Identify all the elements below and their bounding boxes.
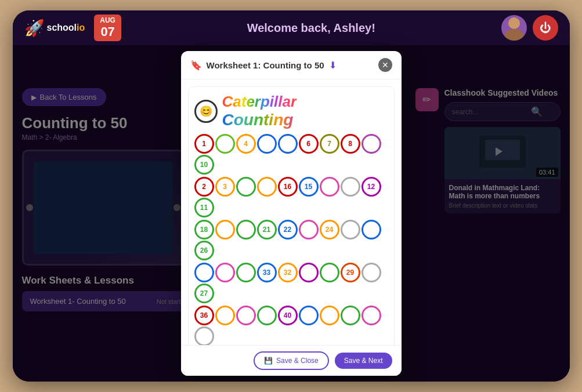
modal-title-area: 🔖 Worksheet 1: Counting to 50 ⬇ (190, 60, 337, 71)
empty-circle (257, 134, 277, 154)
number-circle: 27 (194, 284, 214, 303)
circle-row: 33322927 (194, 263, 388, 303)
caterpillar-word2: Counting (222, 111, 297, 129)
empty-circle (215, 306, 235, 325)
number-circle: 36 (194, 306, 214, 325)
modal-title: Worksheet 1: Counting to 50 (207, 60, 324, 70)
number-circle: 26 (194, 241, 214, 260)
modal-header: 🔖 Worksheet 1: Counting to 50 ⬇ ✕ (181, 51, 402, 79)
empty-circle (320, 177, 339, 197)
caterpillar-title-text: Caterpillar Counting (222, 93, 297, 129)
number-circle: 21 (257, 220, 277, 239)
circle-row: 3640 (194, 306, 388, 345)
download-icon[interactable]: ⬇ (329, 60, 337, 71)
worksheet-content: 😊 Caterpillar Counting 14678102316151211… (188, 86, 395, 345)
number-circle: 2 (194, 177, 214, 197)
modal-close-button[interactable]: ✕ (378, 58, 392, 72)
empty-circle (299, 306, 319, 325)
empty-circle (257, 306, 277, 325)
date-day: 07 (100, 25, 115, 39)
circle-row: 1467810 (194, 134, 388, 175)
number-circle: 18 (194, 220, 214, 239)
number-circle: 40 (278, 306, 298, 325)
bookmark-icon: 🔖 (190, 60, 202, 71)
empty-circle (341, 306, 360, 325)
circle-row: 2316151211 (194, 177, 388, 217)
number-circle: 24 (320, 220, 339, 239)
empty-circle (341, 177, 360, 197)
number-circle: 16 (278, 177, 298, 197)
number-circle: 7 (320, 134, 339, 154)
number-circle: 4 (236, 134, 256, 154)
power-button[interactable]: ⏻ (533, 15, 558, 41)
modal-footer: 💾 Save & Close Save & Next (181, 345, 402, 376)
empty-circle (278, 134, 298, 154)
empty-circle (341, 220, 360, 239)
date-badge: AUG 07 (94, 14, 121, 41)
logo: 🚀 schoolio (24, 19, 85, 38)
number-circle: 3 (215, 177, 235, 197)
svg-point-1 (505, 29, 523, 41)
main-area: ▶ Back To Lessons Counting to 50 Math > … (13, 45, 570, 382)
number-circle: 10 (194, 155, 214, 175)
empty-circle (299, 220, 319, 239)
number-circle: 33 (257, 263, 277, 282)
circles-grid: 1467810231615121118212224263332292736405… (194, 134, 388, 345)
empty-circle (320, 263, 339, 282)
circle-row: 1821222426 (194, 220, 388, 260)
tablet-frame: 🚀 schoolio AUG 07 Welcome back, Ashley! … (13, 10, 570, 382)
avatar (501, 15, 527, 41)
empty-circle (236, 177, 256, 197)
empty-circle (362, 306, 381, 325)
top-bar: 🚀 schoolio AUG 07 Welcome back, Ashley! … (13, 10, 570, 45)
save-close-button[interactable]: 💾 Save & Close (254, 351, 329, 370)
svg-point-0 (508, 17, 520, 29)
number-circle: 6 (299, 134, 319, 154)
logo-rocket-icon: 🚀 (24, 19, 45, 38)
empty-circle (362, 220, 381, 239)
number-circle: 29 (341, 263, 360, 282)
empty-circle (299, 263, 319, 282)
number-circle: 15 (299, 177, 319, 197)
empty-circle (215, 220, 235, 239)
number-circle: 32 (278, 263, 298, 282)
empty-circle (236, 220, 256, 239)
caterpillar-face: 😊 (194, 100, 218, 123)
number-circle: 1 (194, 134, 214, 154)
number-circle: 8 (341, 134, 360, 154)
empty-circle (320, 306, 339, 325)
empty-circle (236, 263, 256, 282)
empty-circle (215, 263, 235, 282)
save-close-label: Save & Close (276, 357, 319, 365)
empty-circle (257, 177, 277, 197)
modal: 🔖 Worksheet 1: Counting to 50 ⬇ ✕ 😊 Cate… (181, 51, 402, 376)
welcome-text: Welcome back, Ashley! (121, 21, 501, 35)
save-icon: 💾 (264, 357, 273, 365)
number-circle: 12 (362, 177, 381, 197)
empty-circle (215, 134, 235, 154)
empty-circle (236, 306, 256, 325)
date-month: AUG (100, 17, 115, 24)
empty-circle (194, 263, 214, 282)
modal-overlay: 🔖 Worksheet 1: Counting to 50 ⬇ ✕ 😊 Cate… (13, 45, 570, 382)
modal-body: 😊 Caterpillar Counting 14678102316151211… (181, 79, 402, 345)
caterpillar-header: 😊 Caterpillar Counting (194, 93, 388, 129)
logo-text: schoolio (47, 23, 85, 33)
number-circle: 22 (278, 220, 298, 239)
save-next-button[interactable]: Save & Next (335, 353, 392, 369)
empty-circle (362, 134, 381, 154)
empty-circle (194, 326, 214, 345)
empty-circle (362, 263, 381, 282)
caterpillar-word1: Caterpillar (222, 93, 297, 111)
number-circle: 11 (194, 198, 214, 217)
